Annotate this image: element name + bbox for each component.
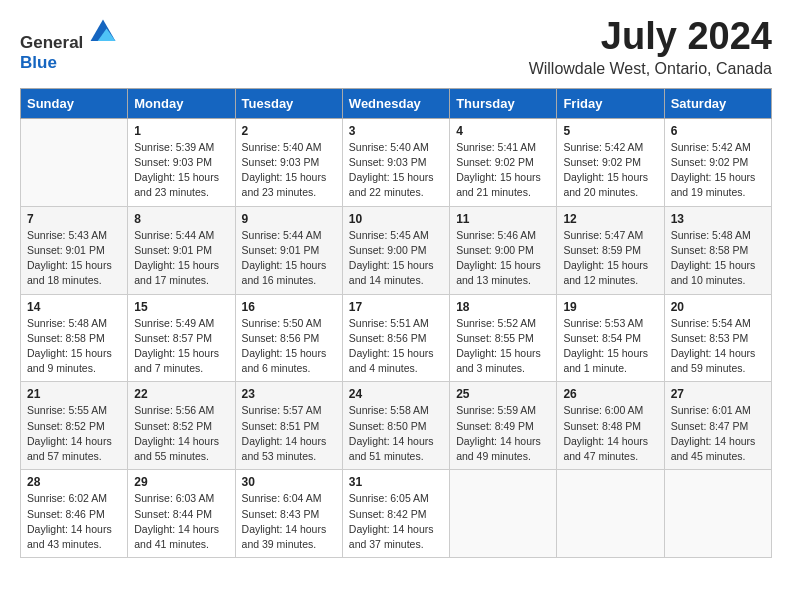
day-info: Sunrise: 5:47 AM Sunset: 8:59 PM Dayligh… <box>563 228 657 289</box>
day-info: Sunrise: 6:00 AM Sunset: 8:48 PM Dayligh… <box>563 403 657 464</box>
day-info: Sunrise: 5:56 AM Sunset: 8:52 PM Dayligh… <box>134 403 228 464</box>
day-info: Sunrise: 5:39 AM Sunset: 9:03 PM Dayligh… <box>134 140 228 201</box>
day-info: Sunrise: 5:50 AM Sunset: 8:56 PM Dayligh… <box>242 316 336 377</box>
day-number: 10 <box>349 212 443 226</box>
day-number: 27 <box>671 387 765 401</box>
day-number: 16 <box>242 300 336 314</box>
day-info: Sunrise: 6:04 AM Sunset: 8:43 PM Dayligh… <box>242 491 336 552</box>
calendar-cell: 24Sunrise: 5:58 AM Sunset: 8:50 PM Dayli… <box>342 382 449 470</box>
calendar-header-row: SundayMondayTuesdayWednesdayThursdayFrid… <box>21 88 772 118</box>
day-number: 6 <box>671 124 765 138</box>
calendar-cell: 3Sunrise: 5:40 AM Sunset: 9:03 PM Daylig… <box>342 118 449 206</box>
calendar-cell: 11Sunrise: 5:46 AM Sunset: 9:00 PM Dayli… <box>450 206 557 294</box>
main-title: July 2024 <box>529 16 772 58</box>
day-info: Sunrise: 5:57 AM Sunset: 8:51 PM Dayligh… <box>242 403 336 464</box>
day-number: 8 <box>134 212 228 226</box>
calendar-cell: 9Sunrise: 5:44 AM Sunset: 9:01 PM Daylig… <box>235 206 342 294</box>
header: General Blue July 2024 Willowdale West, … <box>20 16 772 78</box>
calendar-cell: 27Sunrise: 6:01 AM Sunset: 8:47 PM Dayli… <box>664 382 771 470</box>
calendar-cell: 13Sunrise: 5:48 AM Sunset: 8:58 PM Dayli… <box>664 206 771 294</box>
day-number: 25 <box>456 387 550 401</box>
day-info: Sunrise: 5:41 AM Sunset: 9:02 PM Dayligh… <box>456 140 550 201</box>
col-header-saturday: Saturday <box>664 88 771 118</box>
calendar-cell: 4Sunrise: 5:41 AM Sunset: 9:02 PM Daylig… <box>450 118 557 206</box>
logo-general-text: General <box>20 33 83 52</box>
day-number: 4 <box>456 124 550 138</box>
day-info: Sunrise: 5:44 AM Sunset: 9:01 PM Dayligh… <box>134 228 228 289</box>
calendar-cell: 16Sunrise: 5:50 AM Sunset: 8:56 PM Dayli… <box>235 294 342 382</box>
calendar-cell: 14Sunrise: 5:48 AM Sunset: 8:58 PM Dayli… <box>21 294 128 382</box>
calendar-cell: 19Sunrise: 5:53 AM Sunset: 8:54 PM Dayli… <box>557 294 664 382</box>
col-header-wednesday: Wednesday <box>342 88 449 118</box>
calendar-cell <box>557 470 664 558</box>
calendar-cell: 29Sunrise: 6:03 AM Sunset: 8:44 PM Dayli… <box>128 470 235 558</box>
calendar-cell: 12Sunrise: 5:47 AM Sunset: 8:59 PM Dayli… <box>557 206 664 294</box>
day-number: 11 <box>456 212 550 226</box>
calendar-cell: 15Sunrise: 5:49 AM Sunset: 8:57 PM Dayli… <box>128 294 235 382</box>
calendar-cell <box>664 470 771 558</box>
week-row-2: 7Sunrise: 5:43 AM Sunset: 9:01 PM Daylig… <box>21 206 772 294</box>
day-info: Sunrise: 5:58 AM Sunset: 8:50 PM Dayligh… <box>349 403 443 464</box>
day-number: 13 <box>671 212 765 226</box>
week-row-1: 1Sunrise: 5:39 AM Sunset: 9:03 PM Daylig… <box>21 118 772 206</box>
calendar-cell: 5Sunrise: 5:42 AM Sunset: 9:02 PM Daylig… <box>557 118 664 206</box>
day-number: 18 <box>456 300 550 314</box>
day-info: Sunrise: 5:59 AM Sunset: 8:49 PM Dayligh… <box>456 403 550 464</box>
logo-blue-text: Blue <box>20 53 57 72</box>
week-row-3: 14Sunrise: 5:48 AM Sunset: 8:58 PM Dayli… <box>21 294 772 382</box>
day-number: 9 <box>242 212 336 226</box>
day-number: 21 <box>27 387 121 401</box>
day-info: Sunrise: 5:40 AM Sunset: 9:03 PM Dayligh… <box>349 140 443 201</box>
calendar-cell: 2Sunrise: 5:40 AM Sunset: 9:03 PM Daylig… <box>235 118 342 206</box>
day-info: Sunrise: 6:05 AM Sunset: 8:42 PM Dayligh… <box>349 491 443 552</box>
col-header-friday: Friday <box>557 88 664 118</box>
calendar-cell: 7Sunrise: 5:43 AM Sunset: 9:01 PM Daylig… <box>21 206 128 294</box>
day-info: Sunrise: 5:45 AM Sunset: 9:00 PM Dayligh… <box>349 228 443 289</box>
day-number: 19 <box>563 300 657 314</box>
day-number: 1 <box>134 124 228 138</box>
day-number: 12 <box>563 212 657 226</box>
day-info: Sunrise: 5:43 AM Sunset: 9:01 PM Dayligh… <box>27 228 121 289</box>
day-number: 7 <box>27 212 121 226</box>
logo-icon <box>87 16 119 48</box>
calendar-cell: 20Sunrise: 5:54 AM Sunset: 8:53 PM Dayli… <box>664 294 771 382</box>
title-area: July 2024 Willowdale West, Ontario, Cana… <box>529 16 772 78</box>
calendar-table: SundayMondayTuesdayWednesdayThursdayFrid… <box>20 88 772 558</box>
day-info: Sunrise: 6:02 AM Sunset: 8:46 PM Dayligh… <box>27 491 121 552</box>
day-number: 3 <box>349 124 443 138</box>
calendar-cell <box>450 470 557 558</box>
calendar-cell: 25Sunrise: 5:59 AM Sunset: 8:49 PM Dayli… <box>450 382 557 470</box>
day-number: 24 <box>349 387 443 401</box>
day-info: Sunrise: 6:01 AM Sunset: 8:47 PM Dayligh… <box>671 403 765 464</box>
col-header-tuesday: Tuesday <box>235 88 342 118</box>
calendar-cell <box>21 118 128 206</box>
calendar-cell: 28Sunrise: 6:02 AM Sunset: 8:46 PM Dayli… <box>21 470 128 558</box>
day-info: Sunrise: 5:49 AM Sunset: 8:57 PM Dayligh… <box>134 316 228 377</box>
day-number: 31 <box>349 475 443 489</box>
calendar-cell: 6Sunrise: 5:42 AM Sunset: 9:02 PM Daylig… <box>664 118 771 206</box>
calendar-cell: 26Sunrise: 6:00 AM Sunset: 8:48 PM Dayli… <box>557 382 664 470</box>
day-number: 29 <box>134 475 228 489</box>
calendar-cell: 1Sunrise: 5:39 AM Sunset: 9:03 PM Daylig… <box>128 118 235 206</box>
day-number: 20 <box>671 300 765 314</box>
week-row-5: 28Sunrise: 6:02 AM Sunset: 8:46 PM Dayli… <box>21 470 772 558</box>
calendar-cell: 10Sunrise: 5:45 AM Sunset: 9:00 PM Dayli… <box>342 206 449 294</box>
col-header-sunday: Sunday <box>21 88 128 118</box>
calendar-cell: 18Sunrise: 5:52 AM Sunset: 8:55 PM Dayli… <box>450 294 557 382</box>
day-number: 22 <box>134 387 228 401</box>
subtitle: Willowdale West, Ontario, Canada <box>529 60 772 78</box>
calendar-cell: 31Sunrise: 6:05 AM Sunset: 8:42 PM Dayli… <box>342 470 449 558</box>
calendar-cell: 17Sunrise: 5:51 AM Sunset: 8:56 PM Dayli… <box>342 294 449 382</box>
day-info: Sunrise: 5:44 AM Sunset: 9:01 PM Dayligh… <box>242 228 336 289</box>
calendar-cell: 23Sunrise: 5:57 AM Sunset: 8:51 PM Dayli… <box>235 382 342 470</box>
day-info: Sunrise: 5:54 AM Sunset: 8:53 PM Dayligh… <box>671 316 765 377</box>
day-info: Sunrise: 5:42 AM Sunset: 9:02 PM Dayligh… <box>563 140 657 201</box>
day-info: Sunrise: 5:40 AM Sunset: 9:03 PM Dayligh… <box>242 140 336 201</box>
calendar-cell: 21Sunrise: 5:55 AM Sunset: 8:52 PM Dayli… <box>21 382 128 470</box>
day-number: 15 <box>134 300 228 314</box>
col-header-thursday: Thursday <box>450 88 557 118</box>
calendar-cell: 22Sunrise: 5:56 AM Sunset: 8:52 PM Dayli… <box>128 382 235 470</box>
day-number: 23 <box>242 387 336 401</box>
day-info: Sunrise: 5:52 AM Sunset: 8:55 PM Dayligh… <box>456 316 550 377</box>
day-info: Sunrise: 6:03 AM Sunset: 8:44 PM Dayligh… <box>134 491 228 552</box>
